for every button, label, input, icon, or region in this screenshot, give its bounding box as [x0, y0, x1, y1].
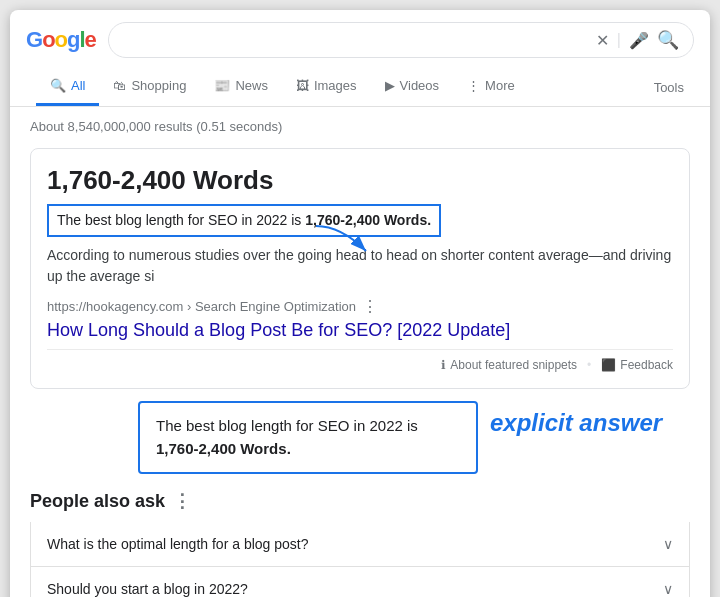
search-top: Google how long should a blog post be 20…	[26, 22, 694, 58]
tab-images[interactable]: 🖼 Images	[282, 68, 371, 106]
popup-bold: 1,760-2,400 Words.	[156, 440, 291, 457]
feedback-label: Feedback	[620, 358, 673, 372]
search-input-wrapper: how long should a blog post be 2022 ✕ | …	[108, 22, 694, 58]
results-area: About 8,540,000,000 results (0.51 second…	[10, 107, 710, 597]
feedback-icon: ⬛	[601, 358, 616, 372]
tools-button[interactable]: Tools	[654, 70, 684, 105]
paa-heading: People also ask	[30, 491, 165, 512]
news-icon: 📰	[214, 78, 230, 93]
paa-item-1[interactable]: What is the optimal length for a blog po…	[30, 522, 690, 567]
featured-snippet: 1,760-2,400 Words The best blog length f…	[30, 148, 690, 389]
info-icon: ℹ	[441, 358, 446, 372]
tab-news[interactable]: 📰 News	[200, 68, 282, 106]
shopping-icon: 🛍	[113, 78, 126, 93]
paa-header: People also ask ⋮	[30, 490, 690, 512]
nav-tabs: 🔍 All 🛍 Shopping 📰 News 🖼 Images ▶ Video…	[26, 68, 694, 106]
popup-area: The best blog length for SEO in 2022 is …	[38, 401, 690, 474]
feedback-item[interactable]: ⬛ Feedback	[601, 358, 673, 372]
snippet-link[interactable]: How Long Should a Blog Post Be for SEO? …	[47, 320, 510, 340]
results-count: About 8,540,000,000 results (0.51 second…	[30, 115, 690, 134]
chevron-down-icon-1: ∨	[663, 536, 673, 552]
tab-all[interactable]: 🔍 All	[36, 68, 99, 106]
browser-window: Google how long should a blog post be 20…	[10, 10, 710, 597]
paa-question-2: Should you start a blog in 2022?	[47, 581, 248, 597]
paa-section: People also ask ⋮ What is the optimal le…	[30, 490, 690, 597]
popup-text: The best blog length for SEO in 2022 is	[156, 417, 418, 434]
all-icon: 🔍	[50, 78, 66, 93]
snippet-url: https://hookagency.com › Search Engine O…	[47, 299, 356, 314]
popup-callout: The best blog length for SEO in 2022 is …	[138, 401, 478, 474]
about-snippets-label: About featured snippets	[450, 358, 577, 372]
videos-icon: ▶	[385, 78, 395, 93]
snippet-bold: 1,760-2,400 Words.	[305, 212, 431, 228]
google-logo: Google	[26, 27, 96, 53]
microphone-icon[interactable]: 🎤	[629, 31, 649, 50]
chevron-down-icon-2: ∨	[663, 581, 673, 597]
snippet-highlight-box: The best blog length for SEO in 2022 is …	[47, 204, 441, 237]
featured-snippets-link[interactable]: ℹ About featured snippets	[441, 358, 577, 372]
images-icon: 🖼	[296, 78, 309, 93]
search-input[interactable]: how long should a blog post be 2022	[123, 32, 588, 49]
tab-videos[interactable]: ▶ Videos	[371, 68, 454, 106]
paa-item-2[interactable]: Should you start a blog in 2022? ∨	[30, 567, 690, 597]
snippet-text: According to numerous studies over the g…	[47, 245, 673, 287]
snippet-footer: ℹ About featured snippets • ⬛ Feedback	[47, 349, 673, 372]
paa-dots[interactable]: ⋮	[173, 490, 191, 512]
tab-more[interactable]: ⋮ More	[453, 68, 529, 106]
snippet-title: 1,760-2,400 Words	[47, 165, 673, 196]
search-button[interactable]: 🔍	[657, 29, 679, 51]
paa-question-1: What is the optimal length for a blog po…	[47, 536, 308, 552]
search-icons: ✕ | 🎤 🔍	[596, 29, 679, 51]
clear-icon[interactable]: ✕	[596, 31, 609, 50]
search-bar-area: Google how long should a blog post be 20…	[10, 10, 710, 107]
more-icon: ⋮	[467, 78, 480, 93]
explicit-answer-label: explicit answer	[490, 409, 662, 437]
snippet-dots-menu[interactable]: ⋮	[362, 297, 378, 316]
tab-shopping[interactable]: 🛍 Shopping	[99, 68, 200, 106]
snippet-url-row: https://hookagency.com › Search Engine O…	[47, 297, 673, 316]
